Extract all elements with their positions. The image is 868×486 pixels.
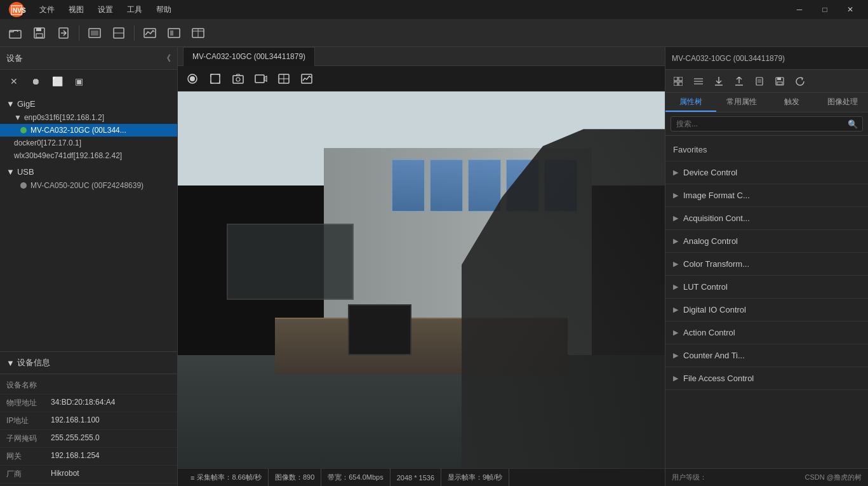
digital-io-header[interactable]: ▶ Digital IO Control xyxy=(665,299,868,321)
color-label: Color Transform... xyxy=(683,259,749,269)
counter-header[interactable]: ▶ Counter And Ti... xyxy=(665,344,868,367)
lut-header[interactable]: ▶ LUT Control xyxy=(665,276,868,298)
open-folder-btn[interactable] xyxy=(4,22,27,44)
property-search-input[interactable] xyxy=(671,116,863,132)
mv-ca050-item[interactable]: MV-CA050-20UC (00F24248639) xyxy=(0,179,177,192)
rp-list-btn[interactable] xyxy=(690,73,707,90)
save-btn[interactable] xyxy=(28,22,51,44)
rp-refresh-btn[interactable] xyxy=(791,73,809,90)
grid-btn[interactable] xyxy=(187,22,210,44)
svg-text:NVS: NVS xyxy=(13,7,26,14)
tab-image-processing[interactable]: 图像处理 xyxy=(817,93,868,112)
prop-section-counter: ▶ Counter And Ti... xyxy=(665,344,868,367)
acquisition-header[interactable]: ▶ Acquisition Cont... xyxy=(665,207,868,229)
rp-grid-btn[interactable] xyxy=(669,73,687,90)
svg-rect-9 xyxy=(91,30,98,36)
sidebar-collapse-btn[interactable]: 《 xyxy=(163,53,171,64)
export-btn[interactable] xyxy=(52,22,75,44)
image-format-label: Image Format C... xyxy=(683,191,750,200)
camera-tab[interactable]: MV-CA032-10GC (00L34411879) xyxy=(183,47,315,66)
mv-ca032-item[interactable]: MV-CA032-10GC (00L344... xyxy=(0,124,177,137)
info-value-subnet: 255.255.255.0 xyxy=(51,433,100,444)
image-format-header[interactable]: ▶ Image Format C... xyxy=(665,184,868,206)
enp0s31f6-item[interactable]: ▼ enp0s31f6[192.168.1.2] xyxy=(0,111,177,124)
cam-chart-btn[interactable] xyxy=(297,69,316,88)
prop-section-device-control: ▶ Device Control xyxy=(665,161,868,184)
tab-trigger[interactable]: 触发 xyxy=(767,93,818,112)
lut-label: LUT Control xyxy=(683,282,728,292)
config-btn[interactable] xyxy=(163,22,185,44)
device-tree: ▼ GigE ▼ enp0s31f6[192.168.1.2] MV-CA032… xyxy=(0,93,177,351)
info-label-mac: 物理地址 xyxy=(6,398,51,408)
device-info-header[interactable]: ▼ 设备信息 xyxy=(0,352,177,374)
minimize-button[interactable]: ─ xyxy=(787,0,812,19)
rp-doc-btn[interactable] xyxy=(751,73,768,90)
svg-rect-29 xyxy=(679,77,683,81)
docker0-item[interactable]: docker0[172.17.0.1] xyxy=(0,137,177,149)
counter-chevron: ▶ xyxy=(673,351,678,360)
bandwidth-status: 带宽：654.0Mbps xyxy=(321,469,390,486)
device-info-chevron: ▼ xyxy=(6,358,15,368)
wlx-item[interactable]: wlx30b49ec741df[192.168.2.42] xyxy=(0,149,177,162)
acquisition-chevron: ▶ xyxy=(673,214,678,222)
rp-save-btn[interactable] xyxy=(771,73,789,90)
tab-property-tree[interactable]: 属性树 xyxy=(665,93,716,112)
analog-header[interactable]: ▶ Analog Control xyxy=(665,230,868,252)
window-btn2[interactable] xyxy=(107,22,130,44)
gige-group[interactable]: ▼ GigE xyxy=(0,97,177,111)
menu-bar: 文件 视图 设置 工具 帮助 xyxy=(33,2,787,18)
sidebar-header: 设备 《 xyxy=(0,47,177,70)
device-control-header[interactable]: ▶ Device Control xyxy=(665,161,868,184)
svg-point-18 xyxy=(190,76,195,81)
framerate-status: ≡ 采集帧率：8.66帧/秒 xyxy=(184,469,269,486)
device-tree-controls: ✕ ⏺ ⬜ ▣ xyxy=(0,70,177,93)
prop-section-color: ▶ Color Transform... xyxy=(665,253,868,276)
cam-fullscreen-btn[interactable] xyxy=(206,69,225,88)
close-button[interactable]: ✕ xyxy=(838,0,863,19)
monitor xyxy=(348,304,411,355)
refresh-btn[interactable]: ⬜ xyxy=(48,74,66,89)
menu-settings[interactable]: 设置 xyxy=(91,2,119,18)
right-panel-title: MV-CA032-10GC (00L34411879) xyxy=(672,54,785,63)
cam-record-btn[interactable] xyxy=(183,69,202,88)
menu-view[interactable]: 视图 xyxy=(62,2,90,18)
menu-file[interactable]: 文件 xyxy=(33,2,61,18)
stop-device-btn[interactable]: ⏺ xyxy=(27,74,44,89)
cam-snapshot-btn[interactable] xyxy=(229,69,248,88)
usb-device-dot xyxy=(20,182,27,189)
sidebar: 设备 《 ✕ ⏺ ⬜ ▣ ▼ GigE ▼ enp0s31f6[192.168.… xyxy=(0,47,178,486)
maximize-button[interactable]: □ xyxy=(812,0,838,19)
svg-rect-6 xyxy=(36,34,43,37)
rp-upload-btn[interactable] xyxy=(730,73,748,90)
property-tree: Favorites ▶ Device Control ▶ Image Forma… xyxy=(665,136,868,468)
prop-section-action: ▶ Action Control xyxy=(665,321,868,344)
resolution-label: 2048 * 1536 xyxy=(397,474,434,482)
resolution-status: 2048 * 1536 xyxy=(391,469,441,486)
action-header[interactable]: ▶ Action Control xyxy=(665,321,868,344)
info-label-subnet: 子网掩码 xyxy=(6,433,51,444)
rec-window-btn[interactable] xyxy=(83,22,106,44)
enp-label: enp0s31f6[192.168.1.2] xyxy=(24,113,104,122)
titlebar: NVS 文件 视图 设置 工具 帮助 ─ □ ✕ xyxy=(0,0,868,19)
enp-chevron: ▼ xyxy=(14,113,22,122)
whiteboard xyxy=(227,224,354,300)
info-row-gateway: 网关 192.168.1.254 xyxy=(0,448,177,466)
mv-ca050-label: MV-CA050-20UC (00F24248639) xyxy=(30,181,144,190)
usb-group[interactable]: ▼ USB xyxy=(0,165,177,179)
camera-view xyxy=(178,91,665,468)
tab-common-props[interactable]: 常用属性 xyxy=(716,93,767,112)
menu-help[interactable]: 帮助 xyxy=(150,2,178,18)
update-btn[interactable]: ▣ xyxy=(70,74,88,89)
counter-label: Counter And Ti... xyxy=(683,351,745,360)
gige-chevron: ▼ xyxy=(6,99,15,109)
info-value-gateway: 192.168.1.254 xyxy=(51,451,100,462)
color-header[interactable]: ▶ Color Transform... xyxy=(665,253,868,275)
chart-btn[interactable] xyxy=(138,22,161,44)
cam-video-btn[interactable]: • xyxy=(251,69,270,88)
rp-download-btn[interactable] xyxy=(710,73,728,90)
cam-grid-btn[interactable] xyxy=(274,69,293,88)
file-access-header[interactable]: ▶ File Access Control xyxy=(665,367,868,389)
menu-tools[interactable]: 工具 xyxy=(121,2,149,18)
delete-device-btn[interactable]: ✕ xyxy=(5,74,23,89)
user-level-label: 用户等级： xyxy=(672,473,707,482)
